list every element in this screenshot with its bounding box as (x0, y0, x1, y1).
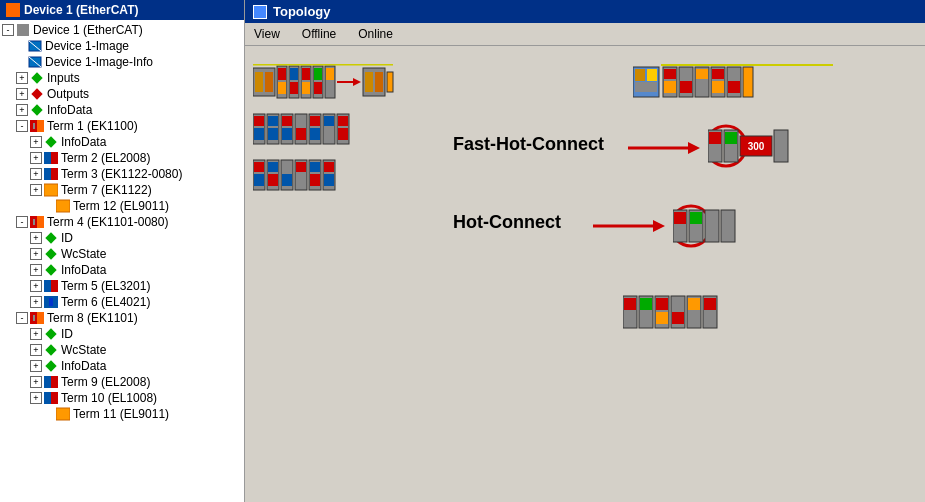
svg-rect-155 (624, 312, 636, 324)
tree-header: Device 1 (EtherCAT) (0, 0, 244, 20)
svg-rect-106 (635, 82, 657, 92)
svg-rect-62 (387, 72, 393, 92)
tree-item-term6[interactable]: +Term 6 (EL4021) (0, 294, 244, 310)
svg-rect-27 (49, 298, 53, 306)
tree-body: -Device 1 (EtherCAT)Device 1-ImageDevice… (0, 20, 244, 424)
icon-term8 (30, 311, 44, 325)
expand-btn-id1[interactable]: + (30, 232, 42, 244)
svg-rect-47 (290, 82, 298, 94)
tree-item-dev-image[interactable]: Device 1-Image (0, 38, 244, 54)
icon-dev-image (28, 39, 42, 53)
svg-rect-41 (265, 72, 273, 92)
expand-btn-term7[interactable]: + (30, 184, 42, 196)
tree-item-term7[interactable]: +Term 7 (EK1122) (0, 182, 244, 198)
svg-rect-32 (45, 344, 56, 355)
svg-rect-167 (688, 312, 700, 324)
tree-item-term11[interactable]: Term 11 (EL9011) (0, 406, 244, 422)
tree-item-term1[interactable]: -Term 1 (EK1100) (0, 118, 244, 134)
svg-rect-83 (338, 116, 348, 126)
tree-item-term2[interactable]: +Term 2 (EL2008) (0, 150, 244, 166)
expand-btn-infodata1[interactable]: + (30, 136, 42, 148)
svg-rect-166 (688, 298, 700, 310)
svg-rect-160 (656, 298, 668, 310)
chain-2 (253, 112, 393, 146)
svg-rect-170 (704, 312, 716, 324)
svg-rect-25 (51, 280, 58, 292)
svg-rect-101 (324, 162, 334, 172)
expand-btn-infodata8[interactable]: + (30, 360, 42, 372)
expand-btn-term1[interactable]: - (16, 120, 28, 132)
tree-item-term3[interactable]: +Term 3 (EK1122-0080) (0, 166, 244, 182)
tree-item-outputs[interactable]: +Outputs (0, 86, 244, 102)
tree-item-term8[interactable]: -Term 8 (EK1101) (0, 310, 244, 326)
svg-rect-16 (44, 184, 58, 196)
expand-btn-term9[interactable]: + (30, 376, 42, 388)
expand-btn-term5[interactable]: + (30, 280, 42, 292)
svg-rect-78 (310, 128, 320, 140)
icon-id2 (44, 327, 58, 341)
icon-infodata4 (44, 263, 58, 277)
tree-item-infodata1[interactable]: +InfoData (0, 134, 244, 150)
annotation-area: Fast-Hot-Connect 300 (453, 54, 917, 494)
label-term2: Term 2 (EL2008) (61, 151, 150, 165)
svg-rect-131 (725, 132, 737, 144)
svg-rect-98 (310, 162, 320, 172)
expand-btn-term10[interactable]: + (30, 392, 42, 404)
expand-btn-outputs[interactable]: + (16, 88, 28, 100)
chain-3 (253, 158, 373, 192)
tree-item-id2[interactable]: +ID (0, 326, 244, 342)
tree-item-wcstate1[interactable]: +WcState (0, 246, 244, 262)
expand-btn-term8[interactable]: - (16, 312, 28, 324)
icon-term2 (44, 151, 58, 165)
svg-marker-125 (688, 142, 700, 154)
tree-item-term5[interactable]: +Term 5 (EL3201) (0, 278, 244, 294)
expand-btn-term4[interactable]: - (16, 216, 28, 228)
svg-rect-86 (254, 162, 264, 172)
expand-btn-wcstate2[interactable]: + (30, 344, 42, 356)
svg-rect-23 (45, 264, 56, 275)
menu-online[interactable]: Online (355, 26, 396, 42)
svg-rect-69 (268, 128, 278, 140)
svg-rect-118 (712, 69, 724, 79)
tree-item-wcstate2[interactable]: +WcState (0, 342, 244, 358)
svg-rect-122 (728, 81, 740, 93)
menu-offline[interactable]: Offline (299, 26, 339, 42)
expand-btn-device1[interactable]: - (2, 24, 14, 36)
tree-item-infodata4[interactable]: +InfoData (0, 262, 244, 278)
tree-item-term4[interactable]: -Term 4 (EK1101-0080) (0, 214, 244, 230)
tree-item-infodata8[interactable]: +InfoData (0, 358, 244, 374)
svg-rect-92 (282, 162, 292, 172)
tree-item-id1[interactable]: +ID (0, 230, 244, 246)
svg-rect-29 (37, 312, 44, 324)
label-infodata0: InfoData (47, 103, 92, 117)
svg-rect-43 (278, 68, 286, 80)
tree-item-dev-image-info[interactable]: Device 1-Image-Info (0, 54, 244, 70)
expand-btn-id2[interactable]: + (30, 328, 42, 340)
tree-item-inputs[interactable]: +Inputs (0, 70, 244, 86)
expand-btn-infodata0[interactable]: + (16, 104, 28, 116)
tree-item-term10[interactable]: +Term 10 (EL1008) (0, 390, 244, 406)
expand-btn-wcstate1[interactable]: + (30, 248, 42, 260)
tree-item-term12[interactable]: Term 12 (EL9011) (0, 198, 244, 214)
svg-rect-19 (37, 216, 44, 228)
icon-term3 (44, 167, 58, 181)
expand-btn-inputs[interactable]: + (16, 72, 28, 84)
expand-btn-infodata4[interactable]: + (30, 264, 42, 276)
svg-rect-119 (712, 81, 724, 93)
icon-wcstate2 (44, 343, 58, 357)
expand-btn-term3[interactable]: + (30, 168, 42, 180)
svg-rect-75 (296, 128, 306, 140)
tree-item-device1[interactable]: -Device 1 (EtherCAT) (0, 22, 244, 38)
menu-view[interactable]: View (251, 26, 283, 42)
svg-rect-56 (326, 82, 334, 94)
expand-btn-term6[interactable]: + (30, 296, 42, 308)
expand-btn-term2[interactable]: + (30, 152, 42, 164)
bottom-chain (623, 294, 783, 330)
svg-rect-5 (31, 72, 42, 83)
tree-item-term9[interactable]: +Term 9 (EL2008) (0, 374, 244, 390)
svg-rect-113 (680, 81, 692, 93)
tree-item-infodata0[interactable]: +InfoData (0, 102, 244, 118)
icon-term12 (56, 199, 70, 213)
svg-rect-137 (775, 146, 787, 158)
svg-rect-89 (268, 162, 278, 172)
